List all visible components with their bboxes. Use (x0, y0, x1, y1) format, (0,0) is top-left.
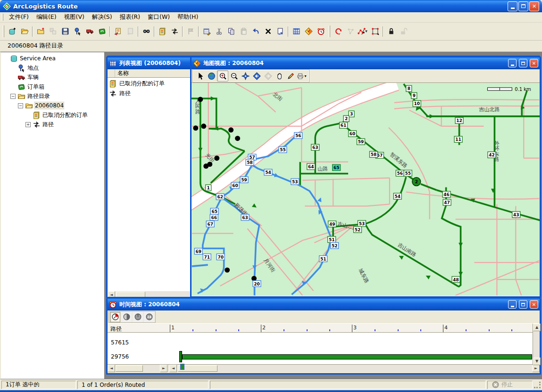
route-stop-label-52[interactable]: 52 (354, 227, 362, 233)
expand-icon[interactable]: + (25, 122, 31, 127)
map-view-title-bar[interactable]: 地图视图 : 20060804 ✕ (192, 57, 540, 69)
map-canvas[interactable]: 北街吉山北路外环东路智溪东路山路吉山二路吉山南路城东路月河街殿荡街人民路光街 1… (192, 82, 540, 295)
orders-list-button[interactable] (156, 25, 168, 38)
new-database-button[interactable] (6, 25, 18, 38)
restore-button[interactable] (518, 1, 528, 11)
route-stop-label-60[interactable]: 60 (349, 131, 357, 137)
route-stop-label-66[interactable]: 66 (210, 214, 218, 220)
time-horizontal-scrollbars[interactable]: ◄ ► ◄ ► (108, 364, 540, 372)
gantt-bar[interactable] (182, 354, 532, 359)
order-box-button[interactable] (96, 25, 108, 38)
map-close-button[interactable]: ✕ (530, 59, 538, 67)
map-tool-pan[interactable] (274, 70, 285, 82)
dropdown-caret-icon[interactable]: ▼ (304, 74, 307, 78)
close-button[interactable]: ✕ (529, 1, 539, 11)
menu-item-view[interactable]: 视图(V) (60, 12, 88, 22)
stop-dot[interactable] (193, 125, 198, 131)
name-column-header[interactable]: 名称 (115, 69, 199, 77)
map-tool-full-extent[interactable] (206, 70, 217, 82)
route-stop-label-65[interactable]: 65 (333, 164, 341, 171)
route-stop-label-60[interactable]: 60 (231, 182, 239, 188)
route-stop-label-55[interactable]: 55 (404, 170, 412, 176)
cut-button[interactable] (213, 25, 225, 38)
gantt-row-route-57615[interactable]: 57615 (108, 335, 540, 350)
stop-dot[interactable] (235, 136, 240, 141)
minimize-button[interactable] (508, 1, 517, 11)
route-stop-label-48[interactable]: 48 (452, 277, 460, 283)
list-grid-button[interactable] (290, 25, 302, 38)
stop-dot[interactable] (201, 123, 206, 129)
route-stop-label-56[interactable]: 56 (396, 170, 404, 176)
route-stop-label-12[interactable]: 12 (455, 117, 463, 123)
tree-item-unassigned-orders[interactable]: 已取消分配的订单 (1, 110, 104, 120)
map-tool-back[interactable] (251, 70, 262, 82)
list-view-title-bar[interactable]: 列表视图 (20060804) (108, 57, 199, 69)
menu-item-help[interactable]: 帮助(H) (174, 12, 202, 22)
map-button[interactable] (302, 25, 315, 38)
scroll-left-icon[interactable]: ◄ (169, 365, 177, 372)
new-folder-button[interactable] (34, 25, 47, 38)
tree-item-service-area[interactable]: Service Area (1, 54, 104, 63)
menu-item-report[interactable]: 报表(R) (116, 12, 144, 22)
route-stop-label-54[interactable]: 54 (264, 169, 272, 175)
route-stop-label-8[interactable]: 8 (406, 85, 412, 91)
time-minimize-button[interactable] (508, 300, 517, 309)
map-tool-select[interactable] (194, 70, 206, 82)
toolbar-grip[interactable] (329, 25, 330, 38)
menu-item-window[interactable]: 窗口(W) (144, 12, 174, 22)
toolbar-grip[interactable] (3, 25, 4, 38)
route-stop-label-61[interactable]: 61 (340, 122, 348, 128)
map-minimize-button[interactable] (508, 59, 517, 67)
route-stop-label-2[interactable]: 2 (343, 115, 349, 122)
scroll-left-icon[interactable]: ◄ (108, 365, 115, 372)
scroll-right-icon[interactable]: ► (532, 365, 540, 372)
tree-item-vehicles[interactable]: 车辆 (1, 73, 104, 82)
route-stop-label-70[interactable]: 70 (217, 254, 225, 260)
route-stop-circle-2[interactable]: 2 (412, 178, 421, 186)
gantt-row-route-29756[interactable]: 29756 (108, 350, 540, 364)
collapse-icon[interactable]: − (10, 94, 16, 99)
find-button[interactable] (140, 25, 152, 38)
resequence-button[interactable] (369, 25, 381, 38)
route-stop-label-56[interactable]: 56 (294, 132, 302, 139)
time-close-button[interactable]: ✕ (530, 300, 538, 309)
time-scale-full-day[interactable] (133, 312, 143, 322)
map-tool-draw[interactable] (285, 70, 296, 82)
route-stop-label-20[interactable]: 20 (253, 281, 261, 287)
tree-item-locations[interactable]: 地点 (1, 63, 104, 73)
time-scale-24-hour[interactable]: 24 (144, 312, 154, 322)
route-start-marker[interactable] (180, 364, 184, 370)
route-stop-label-43[interactable]: 43 (512, 212, 520, 218)
route-column-header[interactable]: 路径 (110, 325, 122, 333)
route-stop-label-64[interactable]: 64 (307, 163, 315, 170)
copy-button[interactable] (225, 25, 237, 38)
route-stop-label-69[interactable]: 69 (194, 248, 202, 254)
collapse-icon[interactable]: − (18, 103, 23, 108)
scroll-down-icon[interactable]: ▼ (533, 358, 541, 365)
solve-button[interactable] (332, 25, 344, 38)
vehicle-button[interactable] (83, 25, 96, 38)
route-stop-label-59[interactable]: 59 (357, 139, 365, 145)
delete-button[interactable] (262, 25, 274, 38)
time-vertical-scrollbar[interactable]: ▲ ▼ (533, 324, 540, 365)
route-stop-label-65[interactable]: 65 (210, 208, 218, 214)
scroll-up-icon[interactable]: ▲ (533, 324, 541, 331)
route-stop-label-63[interactable]: 63 (311, 144, 319, 150)
sequence-button[interactable]: ▼ (357, 25, 369, 38)
menu-item-file[interactable]: 文件(F) (5, 12, 33, 22)
save-button[interactable] (59, 25, 71, 38)
route-stop-label-51[interactable]: 51 (328, 237, 336, 243)
route-stop-label-46[interactable]: 46 (442, 191, 450, 197)
dropdown-caret-icon[interactable]: ▼ (365, 29, 368, 33)
map-tool-zoom-to-selected[interactable] (240, 70, 251, 82)
route-stop-label-62[interactable]: 62 (216, 194, 224, 200)
location-pin-button[interactable] (71, 25, 83, 38)
stop-dot[interactable] (228, 127, 233, 132)
time-scale-half-day[interactable] (121, 312, 132, 322)
properties-button[interactable] (200, 25, 213, 38)
open-folder-button[interactable] (18, 25, 31, 38)
route-stop-label-58[interactable]: 58 (369, 151, 377, 157)
time-maximize-button[interactable] (519, 300, 527, 309)
route-stop-label-11[interactable]: 11 (454, 136, 462, 142)
map-tool-zoom-in[interactable] (217, 70, 228, 82)
